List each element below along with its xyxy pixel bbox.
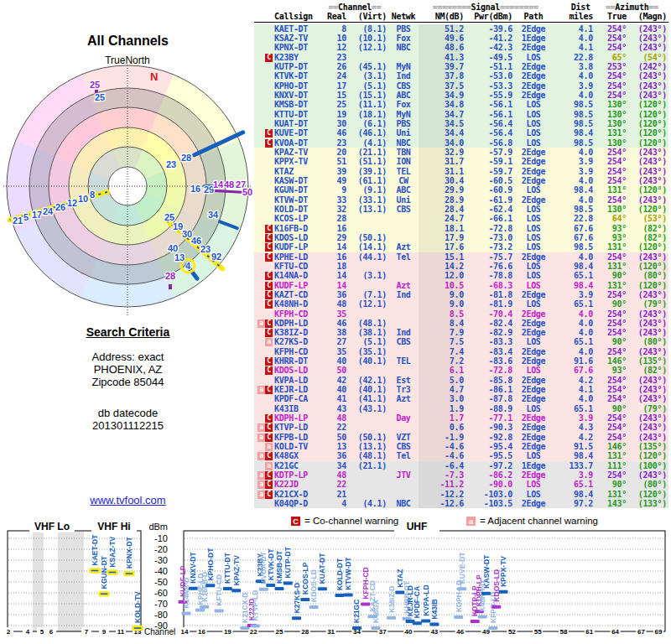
table-row: KGUN-DT9(9.1)ABC29.9-60.9LOS98.4131°(120… (254, 185, 668, 195)
table-cell: 49 (325, 176, 346, 185)
table-cell: 254° (593, 423, 627, 432)
warning-badges: aC (254, 480, 273, 489)
radar-station-dot (169, 284, 172, 289)
table-cell: 49.6 (420, 34, 464, 43)
table-cell: TEL (387, 356, 420, 366)
table-cell: K27KS-D (273, 337, 325, 346)
table-cell: KTAZ (273, 167, 325, 176)
table-cell: KOLD-TV (273, 442, 325, 451)
adjacent-channel-warning-icon: a (265, 462, 273, 470)
table-cell: -95.5 (464, 451, 512, 460)
table-cell: (21.1) (346, 148, 387, 157)
co-channel-warning-icon: C (265, 423, 273, 432)
table-cell: 34.8 (420, 100, 464, 109)
table-cell: 4.0 (554, 319, 593, 328)
table-cell: KAET-DT (273, 24, 325, 34)
table-cell: 8.4 (420, 319, 464, 328)
station-bar (215, 610, 224, 613)
table-cell: KAZT-CD (273, 290, 325, 299)
table-cell: 131° (593, 185, 627, 195)
table-cell: 24.7 (420, 214, 464, 223)
table-cell: 2Edge (512, 319, 554, 328)
table-cell: (243°) (627, 71, 667, 80)
table-cell: KVPA-LD (273, 376, 325, 385)
table-cell: 16 (325, 252, 346, 262)
tvfool-link[interactable]: www.tvfool.com (90, 494, 165, 506)
table-cell: (18.1) (346, 110, 387, 119)
table-cell: 98.5 (554, 138, 593, 148)
co-channel-warning-icon: C (265, 282, 273, 290)
table-cell: 3.9 (554, 470, 593, 480)
table-cell: MyN (387, 110, 420, 119)
table-cell: K14NA-D (273, 271, 325, 280)
table-cell: -12.6 (420, 499, 464, 508)
warning-badges: C (254, 138, 273, 148)
table-cell: (243°) (627, 376, 667, 385)
table-row: CKVOA-DT23(4.1)NBC34.0-56.8LOS98.5130°(1… (254, 138, 668, 148)
table-cell: 13 (325, 442, 346, 451)
table-cell: 23 (325, 53, 346, 62)
table-cell: 2Edge (512, 423, 554, 432)
table-cell: -56.1 (464, 110, 512, 119)
table-cell: (243°) (627, 470, 667, 480)
table-cell: 98.5 (554, 205, 593, 214)
db-datecode-label: db datecode (17, 407, 239, 419)
table-row: CKAZT-CD36(7.1)Ind9.0-81.82Edge3.9254°(2… (254, 290, 668, 299)
table-cell: 2Edge (512, 81, 554, 91)
svg-text:C: C (293, 517, 299, 526)
table-cell: -41.2 (464, 34, 512, 43)
table-cell: 2Edge (512, 148, 554, 157)
table-cell: 2Edge (512, 176, 554, 185)
station-label: KDPH-LD (455, 580, 463, 612)
table-cell: 32 (325, 205, 346, 214)
table-cell: 93° (593, 224, 627, 233)
station-bar (223, 587, 232, 590)
table-cell: (11.1) (346, 100, 387, 109)
table-cell: 130° (593, 138, 627, 148)
table-cell: 31.7 (420, 157, 464, 166)
channel-tick-label: 16 (198, 628, 205, 636)
table-cell: (243°) (627, 148, 667, 157)
station-bar (300, 598, 309, 601)
table-cell: 90° (593, 337, 627, 346)
table-cell: 146° (593, 442, 627, 451)
table-cell: 50 (325, 433, 346, 442)
adjacent-legend-text: = Adjacent channel warning (480, 516, 598, 526)
table-cell: 65.1 (554, 404, 593, 413)
radar-channel-label: 23 (200, 244, 211, 254)
table-cell: K48GX (273, 451, 325, 460)
table-cell: 90° (593, 480, 627, 489)
table-cell: (243°) (627, 385, 667, 394)
co-channel-warning-icon: C (265, 414, 273, 423)
search-criteria: Search Criteria Address: exact PHOENIX, … (17, 325, 239, 432)
search-criteria-heading: Search Criteria (17, 325, 239, 339)
station-bar (108, 571, 117, 574)
db-datecode-value: 201301112215 (17, 419, 239, 432)
table-cell: 67.6 (554, 224, 593, 233)
table-cell: 9 (325, 185, 346, 195)
table-cell: KGUN-DT (273, 185, 325, 195)
table-cell: 131° (593, 281, 627, 290)
station-bar (352, 626, 362, 630)
table-cell: 1Edge (512, 461, 554, 470)
table-cell: Azt (387, 242, 420, 252)
table-cell: 3.0 (420, 394, 464, 403)
table-cell: 2Edge (512, 394, 554, 403)
table-row: KPPX-TV51(51.1)ION31.7-59.12Edge3.9254°(… (254, 157, 668, 166)
table-cell: K16FB-D (273, 224, 325, 233)
channel-tick-label: 22 (250, 628, 257, 636)
table-row: KTAZ39(39.1)TEL31.1-59.72Edge3.9254°(243… (254, 167, 668, 176)
table-row: KSAZ-TV10(10.1)Fox49.6-41.21Edge4.0254°(… (254, 34, 668, 43)
table-row: aCKDTP-LP48JTV-7.3-86.22Edge3.9254°(243°… (254, 470, 668, 480)
table-cell: 2Edge (512, 328, 554, 337)
table-cell: (120°) (627, 451, 667, 460)
table-row: KPAZ-TV20(21.1)TBN32.9-57.92Edge4.0254°(… (254, 148, 668, 157)
table-cell: KMSB-DT (273, 100, 325, 109)
table-cell: 91.5 (554, 442, 593, 451)
table-cell: LOS (512, 404, 554, 413)
table-cell: -59.7 (464, 167, 512, 176)
table-row: CKUDF-LP14Azt10.5-68.3LOS98.4131°(120°) (254, 281, 668, 290)
table-cell: 65.1 (554, 337, 593, 346)
table-cell: (120°) (627, 281, 667, 290)
warning-badges: C (254, 356, 273, 366)
